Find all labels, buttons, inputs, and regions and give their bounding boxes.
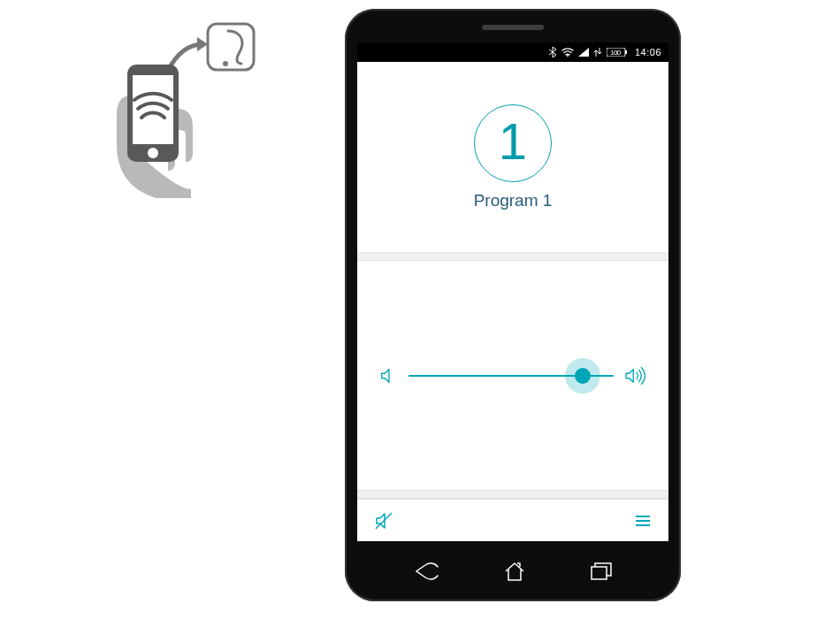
svg-point-5	[567, 55, 569, 57]
bluetooth-icon	[548, 47, 557, 57]
app-toolbar	[357, 499, 668, 541]
wifi-icon	[561, 48, 574, 57]
clock: 14:06	[635, 47, 661, 57]
program-selector[interactable]: 1 Program 1	[357, 62, 668, 252]
svg-point-4	[148, 148, 158, 158]
section-divider	[357, 490, 668, 499]
back-button[interactable]	[413, 562, 439, 581]
menu-button[interactable]	[633, 511, 653, 531]
phone-icon	[127, 65, 179, 162]
mute-button[interactable]	[373, 510, 394, 531]
svg-rect-7	[625, 50, 627, 54]
phone-to-hearing-aid-illustration	[115, 22, 265, 203]
svg-point-1	[223, 61, 228, 66]
svg-rect-12	[592, 567, 607, 579]
signal-icon	[578, 48, 589, 57]
slider-thumb[interactable]	[575, 368, 591, 384]
recents-button[interactable]	[590, 562, 613, 581]
data-icon	[593, 48, 602, 57]
volume-slider[interactable]	[409, 358, 614, 394]
hearing-aid-icon	[208, 24, 254, 70]
android-status-bar: 100 14:06	[357, 42, 668, 62]
battery-icon: 100	[607, 48, 629, 57]
program-number-circle: 1	[474, 104, 552, 182]
program-number: 1	[499, 116, 527, 167]
phone-screen: 100 14:06 1 Program 1	[357, 42, 668, 541]
program-label: Program 1	[474, 191, 553, 210]
phone-speaker	[482, 25, 544, 30]
volume-high-icon	[624, 366, 647, 386]
section-divider	[357, 252, 668, 261]
hearing-aid-app: 1 Program 1	[357, 62, 668, 541]
volume-low-icon	[378, 366, 398, 386]
volume-control	[357, 261, 668, 490]
phone-frame: 100 14:06 1 Program 1	[345, 9, 681, 601]
android-nav-bar	[345, 541, 681, 601]
home-button[interactable]	[503, 561, 526, 582]
